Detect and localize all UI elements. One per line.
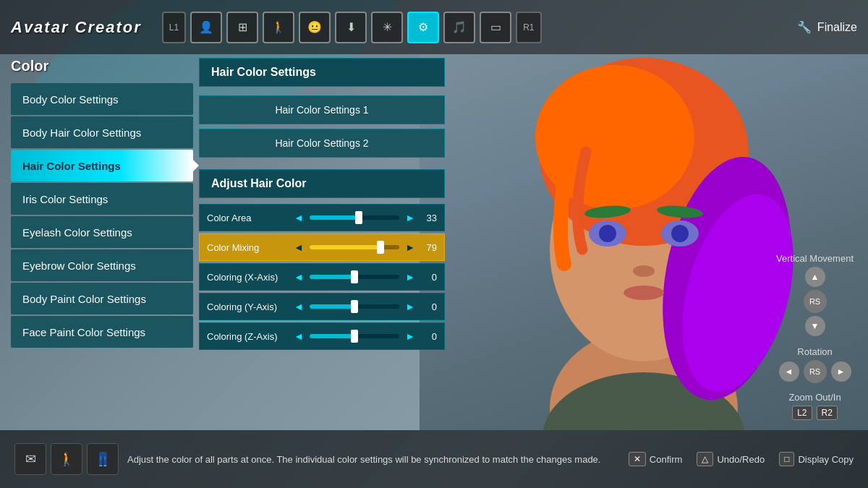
color-mixing-track[interactable] [310, 245, 399, 249]
coloring-x-thumb [351, 270, 358, 283]
coloring-y-fill [310, 304, 354, 309]
color-mixing-label: Color Mixing [207, 242, 294, 253]
coloring-x-increment[interactable]: ► [405, 271, 415, 283]
hair-color-settings-header: Hair Color Settings [199, 58, 445, 87]
nav-btn-color[interactable]: ⚙ [407, 12, 439, 43]
color-mixing-slider-row: Color Mixing ◄ ► 79 [199, 234, 445, 261]
hair-color-2-label: Hair Color Settings 2 [275, 137, 368, 149]
sidebar-item-iris-color[interactable]: Iris Color Settings [11, 183, 193, 215]
finalize-icon: 🔧 [797, 20, 812, 34]
coloring-z-increment[interactable]: ► [405, 330, 415, 342]
right-controls-panel: Vertical Movement ▲ RS ▼ Rotation ◄ RS ►… [776, 253, 854, 429]
color-mixing-increment[interactable]: ► [405, 241, 415, 253]
sidebar-item-eyelash-color[interactable]: Eyelash Color Settings [11, 216, 193, 248]
help-text: Adjust the color of all parts at once. T… [127, 454, 620, 465]
coloring-x-label: Coloring (X-Axis) [207, 272, 294, 283]
nav-btn-card[interactable]: ▭ [480, 12, 511, 43]
nav-btn-l1[interactable]: L1 [162, 12, 186, 43]
confirm-label: Confirm [650, 454, 683, 465]
display-copy-label: Display Copy [798, 454, 854, 465]
svg-point-16 [633, 265, 655, 277]
nav-icons: L1 👤 ⊞ 🚶 😐 ⬇ ✳ ⚙ 🎵 ▭ R1 [162, 12, 791, 43]
nav-btn-body[interactable]: 🚶 [263, 12, 294, 43]
iris-color-label: Iris Color Settings [22, 193, 108, 205]
rotate-left-button[interactable]: ◄ [779, 361, 799, 382]
nav-btn-face[interactable]: 😐 [299, 12, 331, 43]
vertical-down-button[interactable]: ▼ [805, 316, 825, 336]
main-panel: Hair Color Settings Hair Color Settings … [199, 58, 445, 352]
person-icon-button[interactable]: 🚶 [51, 443, 82, 475]
svg-point-14 [599, 225, 616, 242]
nav-btn-grid[interactable]: ⊞ [226, 12, 258, 43]
sidebar-item-face-paint-color[interactable]: Face Paint Color Settings [11, 316, 193, 348]
confirm-symbol: ✕ [629, 452, 646, 466]
sidebar-item-body-paint-color[interactable]: Body Paint Color Settings [11, 283, 193, 314]
coloring-y-label: Coloring (Y-Axis) [207, 301, 294, 312]
r2-badge[interactable]: R2 [817, 406, 838, 420]
coloring-x-track[interactable] [310, 275, 399, 279]
coloring-y-thumb [351, 300, 358, 313]
nav-btn-accessories[interactable]: ⬇ [335, 12, 367, 43]
coloring-y-decrement[interactable]: ◄ [294, 301, 304, 312]
adjust-section: Adjust Hair Color Color Area ◄ ► 33 Colo… [199, 169, 445, 350]
left-panel: Color Body Color Settings Body Hair Colo… [11, 58, 193, 349]
coloring-x-fill [310, 275, 354, 279]
coloring-y-increment[interactable]: ► [405, 301, 415, 312]
bottom-bar: ✉ 🚶 👖 Adjust the color of all parts at o… [0, 430, 868, 488]
coloring-x-decrement[interactable]: ◄ [294, 271, 304, 283]
adjust-hair-color-header: Adjust Hair Color [199, 169, 445, 198]
zoom-label: Zoom Out/In [776, 392, 854, 403]
coloring-x-value: 0 [415, 272, 437, 283]
color-area-increment[interactable]: ► [405, 212, 415, 223]
color-area-track[interactable] [310, 215, 399, 220]
nav-btn-special[interactable]: ✳ [371, 12, 403, 43]
rotation-label: Rotation [776, 346, 854, 357]
sidebar-item-body-color[interactable]: Body Color Settings [11, 83, 193, 115]
coloring-z-thumb [351, 330, 358, 343]
face-paint-color-label: Face Paint Color Settings [22, 326, 145, 338]
hair-color-settings-1-button[interactable]: Hair Color Settings 1 [199, 95, 445, 124]
eyebrow-color-label: Eyebrow Color Settings [22, 260, 136, 272]
coloring-y-value: 0 [415, 301, 437, 312]
bottom-controls: ✕ Confirm △ Undo/Redo □ Display Copy [629, 452, 854, 466]
color-mixing-decrement[interactable]: ◄ [294, 241, 304, 253]
color-mixing-fill [310, 245, 380, 249]
nav-btn-voice[interactable]: 🎵 [443, 12, 475, 43]
hair-color-settings-2-button[interactable]: Hair Color Settings 2 [199, 129, 445, 158]
color-area-slider-row: Color Area ◄ ► 33 [199, 204, 445, 231]
coloring-z-track[interactable] [310, 334, 399, 338]
top-bar: Avatar Creator L1 👤 ⊞ 🚶 😐 ⬇ ✳ ⚙ 🎵 ▭ R1 🔧… [0, 0, 868, 54]
coloring-z-value: 0 [415, 331, 437, 342]
l2-badge[interactable]: L2 [792, 406, 812, 420]
vertical-movement-label: Vertical Movement [776, 253, 854, 264]
nav-btn-r1[interactable]: R1 [516, 12, 541, 43]
eyelash-color-label: Eyelash Color Settings [22, 226, 132, 239]
confirm-control: ✕ Confirm [629, 452, 683, 466]
color-area-label: Color Area [207, 213, 294, 223]
coloring-z-fill [310, 334, 354, 338]
finalize-button[interactable]: 🔧 Finalize [797, 20, 857, 34]
hair-color-label: Hair Color Settings [22, 160, 121, 172]
vertical-up-button[interactable]: ▲ [805, 267, 825, 287]
coloring-z-slider-row: Coloring (Z-Axis) ◄ ► 0 [199, 322, 445, 350]
sidebar-item-hair-color[interactable]: Hair Color Settings [11, 150, 193, 181]
coloring-z-decrement[interactable]: ◄ [294, 330, 304, 342]
sidebar-item-eyebrow-color[interactable]: Eyebrow Color Settings [11, 249, 193, 281]
nav-btn-person[interactable]: 👤 [190, 12, 222, 43]
svg-point-15 [671, 225, 689, 242]
coloring-y-track[interactable] [310, 304, 399, 309]
shorts-icon-button[interactable]: 👖 [87, 443, 119, 475]
mail-icon-button[interactable]: ✉ [14, 443, 46, 475]
vertical-rs-badge: RS [804, 290, 827, 313]
color-area-value: 33 [415, 213, 437, 223]
undo-label: Undo/Redo [717, 454, 765, 465]
color-area-decrement[interactable]: ◄ [294, 212, 304, 223]
undo-symbol: △ [697, 452, 713, 466]
body-paint-color-label: Body Paint Color Settings [22, 293, 146, 305]
color-section-title: Color [11, 58, 193, 74]
rotate-right-button[interactable]: ► [831, 361, 851, 382]
color-area-fill [310, 215, 359, 220]
display-copy-symbol: □ [779, 452, 794, 466]
coloring-z-label: Coloring (Z-Axis) [207, 331, 294, 342]
sidebar-item-body-hair-color[interactable]: Body Hair Color Settings [11, 116, 193, 148]
